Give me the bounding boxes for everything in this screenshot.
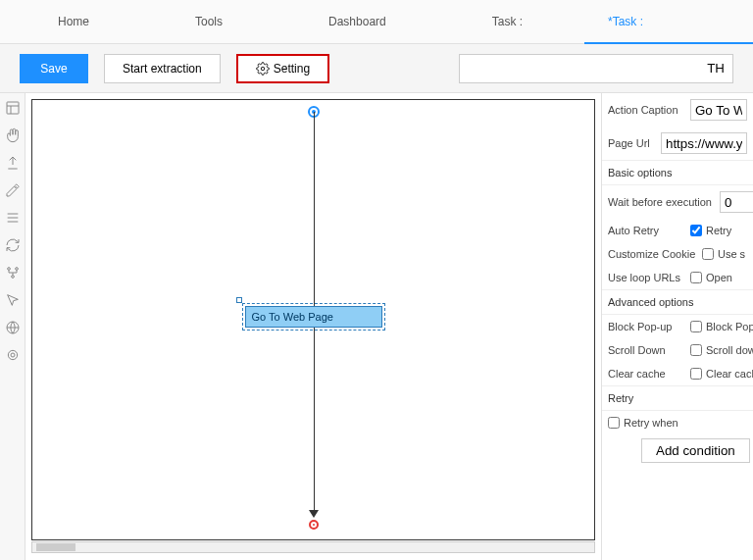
tab-task-active[interactable]: *Task : THEBEST10Groceryi...	[584, 0, 753, 44]
block-popup-checkbox[interactable]	[690, 321, 702, 332]
gear-icon	[256, 62, 270, 76]
auto-retry-chk-label: Retry	[706, 225, 731, 236]
use-loop-checkbox[interactable]	[690, 272, 702, 283]
advanced-options-section: Advanced options	[602, 289, 753, 315]
auto-retry-checkbox[interactable]	[690, 225, 702, 236]
basic-options-section: Basic options	[602, 160, 753, 185]
tab-home[interactable]: Home	[34, 0, 113, 44]
page-url-label: Page Url	[608, 137, 657, 149]
retry-when-checkbox[interactable]	[608, 417, 620, 429]
tab-tools[interactable]: Tools	[172, 0, 246, 44]
customize-cookie-label: Customize Cookie	[608, 248, 698, 260]
target-icon[interactable]	[4, 346, 22, 364]
setting-button[interactable]: Setting	[236, 54, 329, 83]
action-caption-label: Action Caption	[608, 104, 686, 116]
flow-node-go-to-web[interactable]: Go To Web Page	[245, 306, 382, 328]
customize-cookie-checkbox[interactable]	[702, 248, 714, 260]
retry-section: Retry	[602, 385, 753, 411]
svg-point-7	[11, 353, 15, 357]
cursor-icon[interactable]	[4, 291, 22, 309]
clear-cache-chk-label: Clear cach	[706, 368, 753, 380]
setting-button-label: Setting	[274, 62, 310, 76]
top-search-input[interactable]	[459, 54, 733, 83]
clear-cache-checkbox[interactable]	[690, 368, 702, 380]
upload-icon[interactable]	[4, 154, 22, 172]
scroll-down-checkbox[interactable]	[690, 344, 702, 356]
flow-end-node[interactable]	[309, 520, 319, 530]
page-url-input[interactable]	[661, 132, 747, 154]
block-popup-chk-label: Block Pop-	[706, 321, 753, 332]
flow-node-label: Go To Web Page	[252, 311, 333, 323]
svg-point-2	[7, 268, 10, 271]
left-rail	[0, 93, 25, 560]
properties-panel: Action Caption Page Url Basic options Wa…	[601, 93, 753, 560]
svg-rect-1	[7, 102, 19, 114]
hand-icon[interactable]	[4, 127, 22, 144]
wait-before-input[interactable]	[720, 191, 753, 213]
add-condition-button[interactable]: Add condition	[641, 438, 750, 463]
clear-cache-label: Clear cache	[608, 368, 686, 380]
scrollbar-thumb[interactable]	[36, 543, 75, 551]
list-icon[interactable]	[4, 209, 22, 227]
wait-before-label: Wait before execution	[608, 196, 716, 208]
horizontal-scrollbar[interactable]	[31, 541, 595, 553]
start-extraction-button[interactable]: Start extraction	[104, 54, 221, 83]
auto-retry-label: Auto Retry	[608, 225, 686, 236]
scroll-down-label: Scroll Down	[608, 344, 686, 356]
use-loop-label: Use loop URLs	[608, 272, 686, 283]
svg-point-3	[15, 268, 18, 271]
globe-icon[interactable]	[4, 319, 22, 336]
save-button[interactable]: Save	[20, 54, 88, 83]
scroll-down-chk-label: Scroll dow	[706, 344, 753, 356]
tab-dashboard[interactable]: Dashboard	[305, 0, 410, 44]
retry-when-label: Retry when	[624, 417, 678, 429]
layout-icon[interactable]	[4, 99, 22, 117]
svg-point-6	[8, 350, 17, 359]
svg-point-4	[11, 276, 14, 279]
arrow-down-icon	[309, 510, 319, 518]
top-tabs: Home Tools Dashboard Task : New task *Ta…	[0, 0, 753, 44]
refresh-icon[interactable]	[4, 236, 22, 254]
use-loop-chk-label: Open	[706, 272, 732, 283]
workflow-canvas[interactable]: Go To Web Page	[31, 99, 595, 540]
hierarchy-icon[interactable]	[4, 264, 22, 281]
edit-icon[interactable]	[4, 181, 22, 199]
svg-point-0	[261, 67, 265, 71]
resize-handle-icon[interactable]	[236, 297, 242, 303]
main: Go To Web Page Action Caption Page Url B…	[0, 93, 753, 560]
customize-cookie-chk-label: Use s	[718, 248, 745, 260]
block-popup-label: Block Pop-up	[608, 321, 686, 332]
canvas-wrap: Go To Web Page	[25, 93, 601, 560]
action-caption-input[interactable]	[690, 99, 747, 121]
tab-task-new[interactable]: Task : New task	[469, 0, 565, 44]
